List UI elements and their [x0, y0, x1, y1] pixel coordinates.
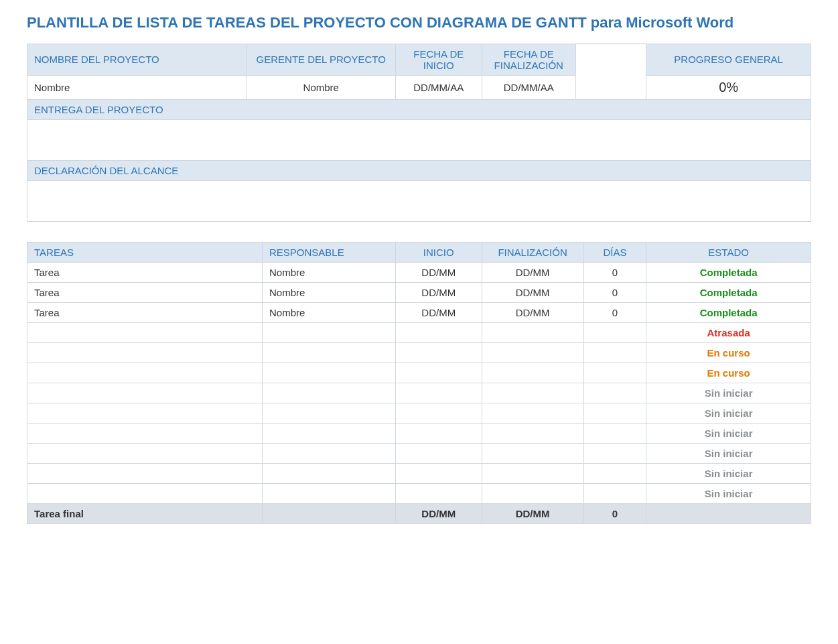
task-cell-start[interactable]: DD/MM [395, 282, 482, 302]
task-cell-status[interactable]: Completada [646, 262, 811, 282]
task-cell-end[interactable] [482, 443, 583, 463]
final-status[interactable] [646, 503, 811, 523]
task-cell-end[interactable]: DD/MM [482, 302, 583, 322]
task-cell-task[interactable] [27, 403, 263, 423]
task-cell-responsible[interactable]: Nombre [263, 282, 396, 302]
task-cell-start[interactable]: DD/MM [395, 302, 482, 322]
task-cell-responsible[interactable]: Nombre [263, 302, 396, 322]
task-cell-days[interactable]: 0 [583, 302, 646, 322]
task-cell-days[interactable] [583, 403, 646, 423]
task-cell-status[interactable]: Sin iniciar [646, 423, 811, 443]
task-cell-start[interactable] [395, 403, 482, 423]
task-row: Sin iniciar [27, 443, 811, 463]
task-cell-start[interactable] [395, 463, 482, 483]
task-cell-end[interactable] [482, 383, 583, 403]
task-header-start: INICIO [395, 242, 482, 262]
task-cell-status[interactable]: Completada [646, 302, 811, 322]
task-cell-end[interactable] [482, 363, 583, 383]
project-info-table: NOMBRE DEL PROYECTO GERENTE DEL PROYECTO… [27, 44, 811, 222]
task-cell-task[interactable]: Tarea [27, 282, 263, 302]
task-cell-start[interactable] [395, 443, 482, 463]
final-label: Tarea final [27, 503, 263, 523]
task-cell-days[interactable] [583, 322, 646, 342]
task-cell-responsible[interactable] [263, 322, 396, 342]
task-cell-status[interactable]: En curso [646, 363, 811, 383]
task-cell-end[interactable] [482, 483, 583, 503]
task-cell-task[interactable] [27, 383, 263, 403]
task-cell-responsible[interactable] [263, 403, 396, 423]
section-delivery-body[interactable] [27, 119, 811, 160]
task-cell-status[interactable]: Sin iniciar [646, 383, 811, 403]
value-project-name[interactable]: Nombre [27, 75, 247, 99]
task-cell-start[interactable] [395, 383, 482, 403]
task-cell-end[interactable] [482, 322, 583, 342]
task-row: Sin iniciar [27, 383, 811, 403]
task-cell-days[interactable] [583, 342, 646, 363]
task-cell-end[interactable]: DD/MM [482, 282, 583, 302]
task-cell-days[interactable] [583, 463, 646, 483]
task-cell-end[interactable] [482, 403, 583, 423]
task-row: Sin iniciar [27, 483, 811, 503]
task-header-days: DÍAS [583, 242, 646, 262]
task-cell-responsible[interactable] [263, 363, 396, 383]
task-cell-end[interactable]: DD/MM [482, 262, 583, 282]
task-cell-status[interactable]: Sin iniciar [646, 483, 811, 503]
task-cell-start[interactable]: DD/MM [395, 262, 482, 282]
final-start[interactable]: DD/MM [395, 503, 482, 523]
task-cell-end[interactable] [482, 423, 583, 443]
task-cell-task[interactable]: Tarea [27, 302, 263, 322]
task-cell-responsible[interactable] [263, 342, 396, 363]
task-cell-status[interactable]: Sin iniciar [646, 443, 811, 463]
task-cell-responsible[interactable] [263, 483, 396, 503]
task-cell-end[interactable] [482, 463, 583, 483]
task-header-tasks: TAREAS [27, 242, 263, 262]
task-cell-days[interactable]: 0 [583, 262, 646, 282]
task-cell-start[interactable] [395, 322, 482, 342]
task-cell-task[interactable] [27, 443, 263, 463]
task-cell-responsible[interactable] [263, 383, 396, 403]
task-cell-task[interactable] [27, 483, 263, 503]
header-end-date: FECHA DE FINALIZACIÓN [482, 44, 575, 75]
task-cell-start[interactable] [395, 342, 482, 363]
task-row: Sin iniciar [27, 423, 811, 443]
task-cell-days[interactable]: 0 [583, 282, 646, 302]
task-cell-responsible[interactable] [263, 423, 396, 443]
value-project-manager[interactable]: Nombre [247, 75, 395, 99]
task-row: TareaNombreDD/MMDD/MM0Completada [27, 302, 811, 322]
gap-cell [575, 44, 646, 75]
task-cell-task[interactable]: Tarea [27, 262, 263, 282]
task-cell-responsible[interactable]: Nombre [263, 262, 396, 282]
task-cell-start[interactable] [395, 363, 482, 383]
header-project-name: NOMBRE DEL PROYECTO [27, 44, 247, 75]
section-scope-body[interactable] [27, 180, 811, 221]
task-cell-task[interactable] [27, 423, 263, 443]
final-end[interactable]: DD/MM [482, 503, 583, 523]
task-final-row: Tarea final DD/MM DD/MM 0 [27, 503, 811, 523]
task-cell-responsible[interactable] [263, 443, 396, 463]
section-scope-header: DECLARACIÓN DEL ALCANCE [27, 160, 811, 180]
value-end-date[interactable]: DD/MM/AA [482, 75, 575, 99]
task-cell-days[interactable] [583, 363, 646, 383]
value-overall-progress[interactable]: 0% [646, 75, 811, 99]
task-cell-days[interactable] [583, 383, 646, 403]
task-cell-status[interactable]: Atrasada [646, 322, 811, 342]
task-cell-end[interactable] [482, 342, 583, 363]
task-cell-task[interactable] [27, 322, 263, 342]
task-cell-days[interactable] [583, 483, 646, 503]
task-cell-status[interactable]: Sin iniciar [646, 463, 811, 483]
task-cell-task[interactable] [27, 363, 263, 383]
task-cell-days[interactable] [583, 423, 646, 443]
task-cell-days[interactable] [583, 443, 646, 463]
task-cell-status[interactable]: Sin iniciar [646, 403, 811, 423]
task-cell-status[interactable]: En curso [646, 342, 811, 363]
final-resp[interactable] [263, 503, 396, 523]
task-cell-task[interactable] [27, 463, 263, 483]
task-cell-start[interactable] [395, 483, 482, 503]
task-cell-status[interactable]: Completada [646, 282, 811, 302]
task-cell-start[interactable] [395, 423, 482, 443]
final-days[interactable]: 0 [583, 503, 646, 523]
header-start-date: FECHA DE INICIO [395, 44, 482, 75]
task-cell-responsible[interactable] [263, 463, 396, 483]
task-cell-task[interactable] [27, 342, 263, 363]
value-start-date[interactable]: DD/MM/AA [395, 75, 482, 99]
